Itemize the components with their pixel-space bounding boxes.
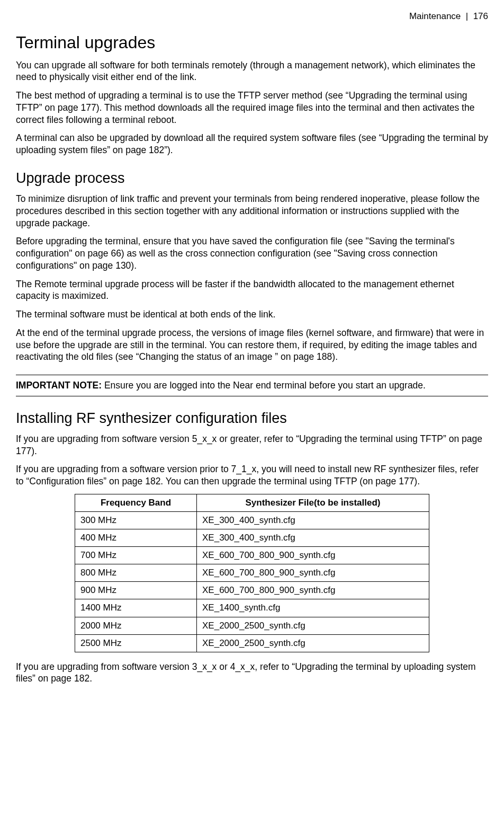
page-header: Maintenance | 176 (16, 11, 488, 22)
note-text: Ensure you are logged into the Near end … (102, 380, 426, 391)
paragraph: The best method of upgrading a terminal … (16, 90, 488, 126)
table-cell: XE_300_400_synth.cfg (197, 511, 429, 529)
table-cell: 700 MHz (75, 547, 197, 564)
table-cell: XE_600_700_800_900_synth.cfg (197, 564, 429, 582)
table-row: 900 MHz XE_600_700_800_900_synth.cfg (75, 582, 429, 599)
paragraph: At the end of the terminal upgrade proce… (16, 327, 488, 363)
table-row: 800 MHz XE_600_700_800_900_synth.cfg (75, 564, 429, 582)
header-sep: | (466, 11, 468, 21)
table-cell: XE_600_700_800_900_synth.cfg (197, 547, 429, 564)
note-label: IMPORTANT NOTE: (16, 380, 102, 391)
table-row: 1400 MHz XE_1400_synth.cfg (75, 599, 429, 617)
paragraph: The Remote terminal upgrade process will… (16, 278, 488, 303)
synth-file-table: Frequency Band Synthesizer File(to be in… (75, 494, 429, 652)
table-cell: 900 MHz (75, 582, 197, 599)
table-row: 700 MHz XE_600_700_800_900_synth.cfg (75, 547, 429, 564)
section-heading-upgrade-process: Upgrade process (16, 169, 488, 188)
table-row: 2000 MHz XE_2000_2500_synth.cfg (75, 617, 429, 634)
paragraph: The terminal software must be identical … (16, 308, 488, 321)
table-header-cell: Frequency Band (75, 494, 197, 511)
table-cell: XE_2000_2500_synth.cfg (197, 617, 429, 634)
table-cell: XE_600_700_800_900_synth.cfg (197, 582, 429, 599)
table-cell: XE_300_400_synth.cfg (197, 529, 429, 547)
paragraph: Before upgrading the terminal, ensure th… (16, 235, 488, 271)
paragraph: If you are upgrading from software versi… (16, 433, 488, 457)
table-header-cell: Synthesizer File(to be installed) (197, 494, 429, 511)
page-title: Terminal upgrades (16, 32, 488, 54)
paragraph: If you are upgrading from a software ver… (16, 463, 488, 488)
table-cell: 400 MHz (75, 529, 197, 547)
table-cell: 2500 MHz (75, 634, 197, 652)
table-header-row: Frequency Band Synthesizer File(to be in… (75, 494, 429, 511)
paragraph: To minimize disruption of link traffic a… (16, 193, 488, 229)
section-heading-rf-synth: Installing RF synthesizer configuration … (16, 409, 488, 428)
table-row: 300 MHz XE_300_400_synth.cfg (75, 511, 429, 529)
table-cell: XE_1400_synth.cfg (197, 599, 429, 617)
paragraph: You can upgrade all software for both te… (16, 59, 488, 84)
header-page: 176 (473, 11, 488, 21)
table-cell: 800 MHz (75, 564, 197, 582)
table-cell: 1400 MHz (75, 599, 197, 617)
paragraph: A terminal can also be upgraded by downl… (16, 132, 488, 156)
table-row: 2500 MHz XE_2000_2500_synth.cfg (75, 634, 429, 652)
header-section: Maintenance (409, 11, 461, 21)
table-cell: 300 MHz (75, 511, 197, 529)
table-cell: 2000 MHz (75, 617, 197, 634)
important-note: IMPORTANT NOTE: Ensure you are logged in… (16, 375, 488, 396)
table-cell: XE_2000_2500_synth.cfg (197, 634, 429, 652)
table-row: 400 MHz XE_300_400_synth.cfg (75, 529, 429, 547)
paragraph: If you are upgrading from software versi… (16, 661, 488, 685)
